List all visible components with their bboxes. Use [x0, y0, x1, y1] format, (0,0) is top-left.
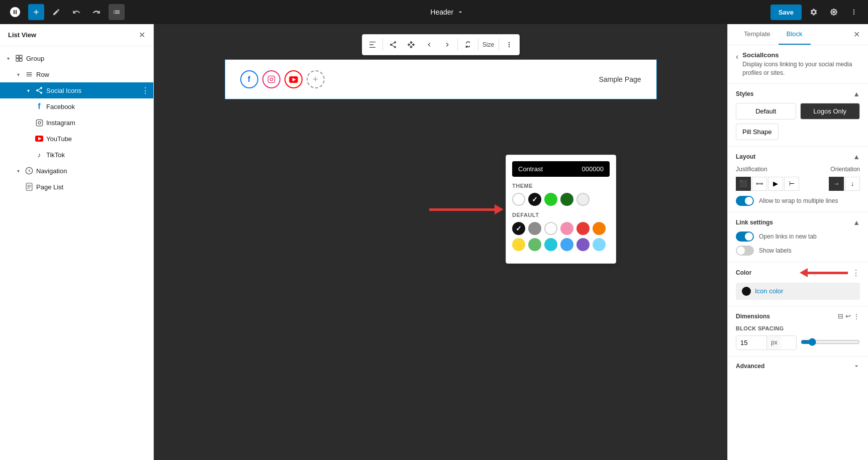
theme-toggle-button[interactable]: [826, 4, 842, 20]
tab-block[interactable]: Block: [779, 24, 811, 45]
spacing-input[interactable]: [736, 336, 766, 350]
toolbar-divider-3: [478, 39, 478, 51]
justify-space-button[interactable]: ⊢: [784, 177, 799, 191]
tree-item-social-icons[interactable]: ▾ Social Icons ⋮: [0, 82, 153, 98]
edit-button[interactable]: [48, 4, 64, 20]
dimensions-section-header: Dimensions ⊟ ↩ ⋮: [736, 312, 860, 320]
advanced-header[interactable]: Advanced: [736, 363, 860, 370]
orientation-label: Orientation: [830, 166, 860, 173]
show-labels-toggle[interactable]: [736, 246, 754, 256]
link-settings-title: Link settings: [736, 219, 773, 226]
justify-left-button[interactable]: ⬛: [736, 177, 751, 191]
wp-logo[interactable]: [6, 3, 24, 21]
move-left-button[interactable]: [420, 36, 438, 54]
sample-page-link[interactable]: Sample Page: [599, 75, 641, 83]
align-button[interactable]: [363, 36, 381, 54]
tree-item-youtube[interactable]: YouTube: [0, 131, 153, 147]
theme-swatch-green[interactable]: [544, 193, 557, 206]
style-default-button[interactable]: Default: [736, 103, 796, 120]
youtube-social-icon[interactable]: [284, 70, 303, 88]
default-swatch-white[interactable]: [544, 222, 557, 235]
icon-color-row[interactable]: Icon color: [736, 283, 860, 300]
theme-swatch-dark-green[interactable]: [560, 193, 573, 206]
right-panel-close-button[interactable]: ✕: [853, 30, 860, 39]
anchor-button[interactable]: [459, 36, 477, 54]
header-dropdown[interactable]: Header: [430, 8, 464, 16]
size-button[interactable]: Size: [479, 36, 498, 54]
theme-swatch-black[interactable]: [528, 193, 541, 206]
link-settings-toggle-button[interactable]: ▲: [853, 218, 860, 226]
default-swatch-gray[interactable]: [528, 222, 541, 235]
spacing-range-input[interactable]: [801, 338, 860, 346]
tree-item-group[interactable]: ▾ Group: [0, 50, 153, 66]
justify-right-button[interactable]: ▶: [768, 177, 783, 191]
tree-item-instagram[interactable]: Instagram: [0, 114, 153, 131]
default-swatch-purple[interactable]: [576, 238, 590, 251]
list-view-title: List View: [8, 31, 36, 39]
move-right-button[interactable]: [438, 36, 456, 54]
styles-toggle-button[interactable]: ▲: [853, 90, 860, 98]
default-swatch-blue[interactable]: [560, 238, 573, 251]
tree-item-navigation[interactable]: ▾ Navigation: [0, 163, 153, 179]
style-logos-only-button[interactable]: Logos Only: [800, 103, 860, 120]
tree-item-tiktok[interactable]: ♪ TikTok: [0, 147, 153, 163]
color-more-button[interactable]: ⋮: [852, 268, 860, 278]
add-social-icon-button[interactable]: +: [307, 70, 325, 88]
instagram-social-icon[interactable]: [262, 70, 280, 88]
default-swatch-light-blue[interactable]: [593, 238, 606, 251]
color-title: Color: [736, 269, 800, 276]
spacing-slider-wrap: [801, 338, 860, 348]
wrap-toggle[interactable]: [736, 196, 754, 206]
row-icon: [24, 69, 34, 79]
default-swatch-pink[interactable]: [560, 222, 573, 235]
list-view-close-button[interactable]: ✕: [139, 30, 145, 40]
default-swatch-black[interactable]: [512, 222, 525, 235]
back-button[interactable]: ‹: [736, 52, 738, 61]
theme-swatch-white[interactable]: [512, 193, 525, 206]
list-view-button[interactable]: [109, 4, 125, 20]
default-swatch-cyan[interactable]: [544, 238, 557, 251]
advanced-title: Advanced: [736, 363, 764, 370]
orient-horizontal-button[interactable]: →: [829, 177, 844, 191]
facebook-social-icon[interactable]: f: [240, 70, 258, 88]
dimensions-more-button[interactable]: ⋮: [853, 312, 860, 320]
open-new-tab-toggle[interactable]: [736, 232, 754, 242]
tree-item-page-list[interactable]: Page List: [0, 179, 153, 195]
social-icons-more-button[interactable]: ⋮: [141, 86, 149, 95]
style-pill-shape-button[interactable]: Pill Shape: [736, 124, 779, 140]
social-icons-icon: [34, 85, 44, 95]
redo-button[interactable]: [88, 4, 105, 20]
justify-center-button[interactable]: ⟺: [752, 177, 767, 191]
more-options-button[interactable]: [846, 4, 862, 20]
save-button[interactable]: Save: [770, 5, 802, 20]
row-label: Row: [36, 71, 49, 78]
share-button[interactable]: [384, 36, 402, 54]
dimensions-reset-button[interactable]: ↩: [845, 312, 851, 320]
layout-toggle-button[interactable]: ▲: [853, 153, 860, 161]
dimensions-link-button[interactable]: ⊟: [838, 312, 843, 320]
tree-item-row[interactable]: ▾ Row: [0, 66, 153, 82]
orient-vertical-button[interactable]: ↓: [845, 177, 860, 191]
default-swatch-light-green[interactable]: [528, 238, 541, 251]
tree: ▾ Group ▾ Row ▾: [0, 46, 153, 460]
add-block-button[interactable]: [28, 4, 44, 20]
default-swatch-yellow[interactable]: [512, 238, 525, 251]
settings-button[interactable]: [806, 4, 822, 20]
drag-button[interactable]: [402, 36, 420, 54]
color-preview-bar: Contrast 000000: [512, 161, 610, 177]
tab-template[interactable]: Template: [736, 24, 779, 45]
undo-button[interactable]: [68, 4, 84, 20]
show-labels-label: Show labels: [759, 247, 792, 254]
navigation-icon: [24, 166, 34, 176]
default-swatch-red[interactable]: [576, 222, 590, 235]
dimensions-title: Dimensions: [736, 313, 770, 320]
svg-point-19: [273, 77, 273, 78]
theme-swatch-light-gray[interactable]: [576, 193, 590, 206]
tree-item-facebook[interactable]: f Facebook: [0, 98, 153, 114]
default-swatch-orange[interactable]: [593, 222, 606, 235]
more-toolbar-button[interactable]: [500, 36, 518, 54]
toolbar-divider: [382, 39, 383, 51]
tiktok-icon: ♪: [34, 150, 44, 160]
justification-row: Justification Orientation: [736, 166, 860, 173]
styles-grid: Default Logos Only: [736, 103, 860, 120]
